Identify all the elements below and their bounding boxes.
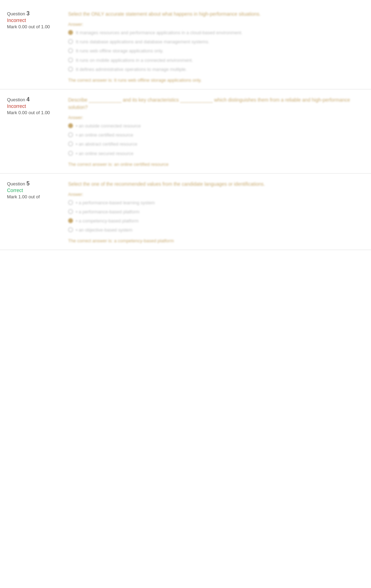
option-radio-4-b[interactable] bbox=[68, 132, 73, 137]
answer-option-3-c[interactable]: It runs web offline storage applications… bbox=[68, 48, 364, 54]
answer-label-3: Answer: bbox=[68, 22, 364, 27]
option-text-5-d: ▪ an objective-based system bbox=[76, 227, 132, 233]
option-text-3-a: It manages resources and performance app… bbox=[76, 30, 242, 36]
correct-answer-4: The correct answer is: an online certifi… bbox=[68, 162, 364, 167]
option-radio-3-e[interactable] bbox=[68, 67, 73, 72]
option-text-5-b: ▪ a performance-based platform bbox=[76, 209, 139, 215]
answer-options-4: ▪ an outside connected resource▪ an onli… bbox=[68, 123, 364, 157]
option-text-3-e: It defines administrative operations to … bbox=[76, 66, 187, 73]
question-sidebar-4: Question 4IncorrectMark 0.00 out of 1.00 bbox=[7, 96, 61, 167]
question-content-3: Select the ONLY accurate statement about… bbox=[68, 10, 364, 83]
option-radio-3-d[interactable] bbox=[68, 58, 73, 63]
option-radio-3-c[interactable] bbox=[68, 48, 73, 53]
answer-options-5: ▪ a performance-based learning system▪ a… bbox=[68, 200, 364, 234]
option-radio-5-a[interactable] bbox=[68, 200, 73, 205]
answer-option-3-b[interactable]: It runs database applications and databa… bbox=[68, 39, 364, 45]
option-radio-5-c[interactable] bbox=[68, 218, 73, 223]
page-container: Question 3IncorrectMark 0.00 out of 1.00… bbox=[0, 0, 371, 323]
option-text-3-c: It runs web offline storage applications… bbox=[76, 48, 163, 54]
option-text-4-b: ▪ an online certified resource bbox=[76, 132, 133, 138]
option-radio-5-d[interactable] bbox=[68, 227, 73, 232]
question-label-5: Question 5 bbox=[7, 181, 61, 187]
question-mark-3: Mark 0.00 out of 1.00 bbox=[7, 24, 61, 30]
option-text-3-d: It runs on mobile applications in a conn… bbox=[76, 57, 193, 64]
answer-option-5-d[interactable]: ▪ an objective-based system bbox=[68, 227, 364, 233]
option-text-4-a: ▪ an outside connected resource bbox=[76, 123, 141, 129]
answer-label-4: Answer: bbox=[68, 115, 364, 120]
answer-option-4-a[interactable]: ▪ an outside connected resource bbox=[68, 123, 364, 129]
option-radio-3-a[interactable] bbox=[68, 30, 73, 35]
option-text-4-c: ▪ an abstract certified resource bbox=[76, 141, 137, 147]
question-text-4: Describe ____________ and its key charac… bbox=[68, 96, 364, 111]
answer-option-5-b[interactable]: ▪ a performance-based platform bbox=[68, 209, 364, 215]
answer-options-3: It manages resources and performance app… bbox=[68, 30, 364, 73]
empty-space bbox=[0, 250, 371, 320]
question-content-4: Describe ____________ and its key charac… bbox=[68, 96, 364, 167]
option-text-4-d: ▪ an online secured resource bbox=[76, 150, 133, 157]
answer-option-5-a[interactable]: ▪ a performance-based learning system bbox=[68, 200, 364, 206]
question-mark-4: Mark 0.00 out of 1.00 bbox=[7, 110, 61, 116]
option-radio-4-c[interactable] bbox=[68, 141, 73, 146]
question-content-5: Select the one of the recommended values… bbox=[68, 180, 364, 244]
question-block-3: Question 3IncorrectMark 0.00 out of 1.00… bbox=[0, 3, 371, 89]
question-block-4: Question 4IncorrectMark 0.00 out of 1.00… bbox=[0, 89, 371, 174]
answer-option-3-a[interactable]: It manages resources and performance app… bbox=[68, 30, 364, 36]
option-text-5-a: ▪ a performance-based learning system bbox=[76, 200, 155, 206]
answer-option-3-d[interactable]: It runs on mobile applications in a conn… bbox=[68, 57, 364, 64]
answer-label-5: Answer: bbox=[68, 192, 364, 197]
option-radio-4-a[interactable] bbox=[68, 123, 73, 128]
question-mark-5: Mark 1.00 out of bbox=[7, 194, 61, 200]
option-text-5-c: ▪ a competency-based platform bbox=[76, 218, 138, 224]
answer-option-4-c[interactable]: ▪ an abstract certified resource bbox=[68, 141, 364, 147]
option-radio-5-b[interactable] bbox=[68, 209, 73, 214]
question-label-4: Question 4 bbox=[7, 96, 61, 103]
answer-option-3-e[interactable]: It defines administrative operations to … bbox=[68, 66, 364, 73]
question-status-5: Correct bbox=[7, 188, 61, 193]
correct-answer-5: The correct answer is: a competency-base… bbox=[68, 238, 364, 243]
answer-option-5-c[interactable]: ▪ a competency-based platform bbox=[68, 218, 364, 224]
question-sidebar-5: Question 5CorrectMark 1.00 out of bbox=[7, 180, 61, 244]
option-radio-4-d[interactable] bbox=[68, 151, 73, 156]
question-text-5: Select the one of the recommended values… bbox=[68, 181, 364, 188]
option-text-3-b: It runs database applications and databa… bbox=[76, 39, 209, 45]
answer-option-4-d[interactable]: ▪ an online secured resource bbox=[68, 150, 364, 157]
correct-answer-3: The correct answer is: It runs web offli… bbox=[68, 78, 364, 83]
question-text-3: Select the ONLY accurate statement about… bbox=[68, 10, 364, 18]
question-status-3: Incorrect bbox=[7, 17, 61, 23]
question-status-4: Incorrect bbox=[7, 103, 61, 109]
question-sidebar-3: Question 3IncorrectMark 0.00 out of 1.00 bbox=[7, 10, 61, 83]
answer-option-4-b[interactable]: ▪ an online certified resource bbox=[68, 132, 364, 138]
option-radio-3-b[interactable] bbox=[68, 39, 73, 44]
question-label-3: Question 3 bbox=[7, 10, 61, 17]
question-block-5: Question 5CorrectMark 1.00 out ofSelect … bbox=[0, 174, 371, 250]
